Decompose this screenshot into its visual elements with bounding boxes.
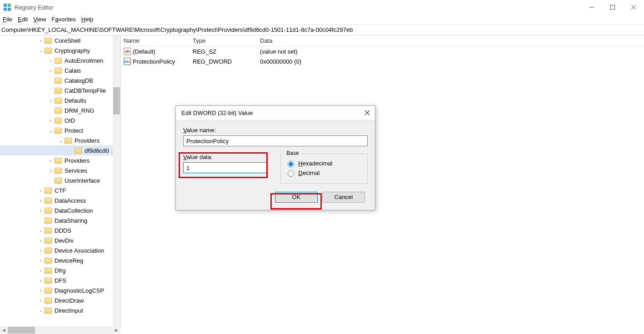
col-type[interactable]: Type (190, 37, 257, 44)
scroll-right-icon[interactable]: ► (113, 326, 120, 334)
expander-icon[interactable]: ⌄ (38, 48, 44, 53)
tree-item-device-association[interactable]: ›Device Association (0, 245, 113, 255)
tree-item-providers[interactable]: ›Providers (0, 155, 113, 165)
scroll-thumb[interactable] (113, 87, 120, 115)
expander-icon[interactable]: › (48, 118, 54, 123)
value-name-label: Value name: (183, 127, 368, 134)
folder-icon (55, 98, 62, 104)
tree-label: DFS (54, 277, 67, 284)
expander-icon[interactable]: › (48, 158, 54, 163)
radio-hexadecimal[interactable] (288, 161, 294, 167)
expander-icon[interactable]: › (38, 278, 44, 283)
tree-item-dfrg[interactable]: ›Dfrg (0, 265, 113, 275)
expander-icon[interactable]: › (38, 188, 44, 193)
maximize-button[interactable] (602, 0, 623, 15)
tree-pane: ›CoreShell⌄Cryptography›AutoEnrollmen›Ca… (0, 35, 121, 329)
hex-label: Hexadecimal (298, 160, 332, 167)
value-name-input[interactable] (183, 135, 368, 146)
expander-icon[interactable]: › (48, 68, 54, 73)
list-row[interactable]: ab(Default)REG_SZ(value not set) (121, 46, 644, 56)
list-header: Name Type Data (121, 35, 644, 46)
tree-item-defaults[interactable]: ›Defaults (0, 95, 113, 105)
tree-item-dataaccess[interactable]: ›DataAccess (0, 195, 113, 205)
expander-icon[interactable]: › (38, 308, 44, 313)
tree-hscrollbar[interactable]: ◄ ► (0, 326, 120, 334)
expander-icon[interactable]: › (38, 248, 44, 253)
tree-item-cryptography[interactable]: ⌄Cryptography (0, 45, 113, 55)
window-controls (581, 0, 644, 15)
cancel-button[interactable]: Cancel (322, 192, 365, 203)
tree-item-datacollection[interactable]: ›DataCollection (0, 205, 113, 215)
expander-icon[interactable]: › (48, 168, 54, 173)
folder-icon (55, 68, 62, 74)
expander-icon[interactable]: ⌄ (48, 128, 54, 133)
menu-favorites[interactable]: Favorites (51, 16, 75, 23)
list-row[interactable]: 011ProtectionPolicyREG_DWORD0x00000000 (… (121, 56, 644, 66)
tree-label: CoreShell (54, 37, 81, 44)
dialog-titlebar[interactable]: Edit DWORD (32-bit) Value (176, 106, 375, 120)
tree-item-ddds[interactable]: ›DDDS (0, 225, 113, 235)
expander-icon[interactable]: › (38, 208, 44, 213)
menu-view[interactable]: View (33, 16, 46, 23)
tree-item-userinterface[interactable]: UserInterface (0, 175, 113, 185)
expander-icon[interactable]: › (38, 238, 44, 243)
minimize-button[interactable] (581, 0, 602, 15)
value-data-input[interactable] (183, 162, 268, 173)
expander-icon[interactable]: › (38, 38, 44, 43)
folder-icon (45, 288, 52, 294)
tree-item-dfs[interactable]: ›DFS (0, 275, 113, 285)
menu-file[interactable]: File (3, 16, 12, 23)
expander-icon[interactable]: › (38, 298, 44, 303)
pane-vresizer[interactable] (426, 35, 428, 329)
tree-item-oid[interactable]: ›OID (0, 115, 113, 125)
dialog-close-button[interactable] (362, 108, 372, 118)
tree-item-catalogdb[interactable]: CatalogDB (0, 75, 113, 85)
menubar: File Edit View Favorites Help (0, 15, 644, 25)
tree-item-providers[interactable]: ⌄Providers (0, 135, 113, 145)
hscroll-thumb[interactable] (8, 327, 35, 334)
tree-item-df9d8cd0[interactable]: df9d8cd0 (0, 145, 113, 155)
tree-item-autoenrollmen[interactable]: ›AutoEnrollmen (0, 55, 113, 65)
tree-item-ctf[interactable]: ›CTF (0, 185, 113, 195)
tree-item-directdraw[interactable]: ›DirectDraw (0, 295, 113, 305)
tree-label: CatalogDB (64, 77, 94, 84)
tree-item-catdbtempfile[interactable]: CatDBTempFile (0, 85, 113, 95)
scroll-left-icon[interactable]: ◄ (0, 326, 8, 334)
menu-edit[interactable]: Edit (18, 16, 28, 23)
value-data: 0x00000000 (0) (257, 58, 644, 65)
tree-item-directinput[interactable]: ›DirectInput (0, 305, 113, 315)
addressbar[interactable]: Computer\HKEY_LOCAL_MACHINE\SOFTWARE\Mic… (0, 25, 644, 35)
tree-item-devdiv[interactable]: ›DevDiv (0, 235, 113, 245)
expander-icon[interactable]: › (38, 258, 44, 263)
tree-label: Providers (64, 157, 90, 164)
col-name[interactable]: Name (121, 37, 190, 44)
tree-label: DiagnosticLogCSP (54, 287, 105, 294)
expander-icon[interactable]: › (48, 98, 54, 103)
binary-value-icon: 011 (124, 58, 131, 65)
expander-icon[interactable]: › (38, 198, 44, 203)
expander-icon[interactable]: › (38, 228, 44, 233)
tree-item-datasharing[interactable]: DataSharing (0, 215, 113, 225)
tree-vscrollbar[interactable] (113, 35, 120, 329)
tree-item-diagnosticlogcsp[interactable]: ›DiagnosticLogCSP (0, 285, 113, 295)
titlebar: Registry Editor (0, 0, 644, 15)
ok-button[interactable]: OK (275, 192, 318, 203)
col-data[interactable]: Data (257, 37, 644, 44)
tree-label: df9d8cd0 (84, 147, 110, 154)
menu-help[interactable]: Help (81, 16, 94, 23)
tree-item-services[interactable]: ›Services (0, 165, 113, 175)
tree-item-protect[interactable]: ⌄Protect (0, 125, 113, 135)
expander-icon[interactable]: › (38, 288, 44, 293)
value-name: ProtectionPolicy (133, 58, 175, 65)
tree-item-devicereg[interactable]: ›DeviceReg (0, 255, 113, 265)
tree-item-drm-rng[interactable]: DRM_RNG (0, 105, 113, 115)
folder-icon (45, 238, 52, 244)
tree-item-coreshell[interactable]: ›CoreShell (0, 35, 113, 45)
expander-icon[interactable]: › (38, 268, 44, 273)
expander-icon[interactable]: ⌄ (58, 138, 64, 143)
expander-icon[interactable]: › (48, 58, 54, 63)
radio-decimal[interactable] (288, 170, 294, 177)
close-button[interactable] (623, 0, 644, 15)
tree-item-calais[interactable]: ›Calais (0, 65, 113, 75)
tree-label: DataAccess (54, 197, 87, 204)
